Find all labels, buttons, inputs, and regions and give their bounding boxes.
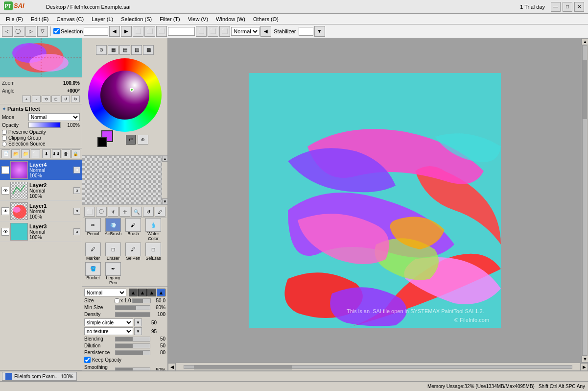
- toolbar-b3[interactable]: ⬜: [156, 26, 167, 37]
- color-wheel[interactable]: [88, 58, 162, 132]
- marker-icon[interactable]: 🖊: [85, 243, 101, 256]
- brush-icon[interactable]: 🖌: [125, 218, 141, 232]
- pencil-icon[interactable]: ✏: [85, 218, 101, 232]
- rotate-left-btn[interactable]: ↺: [61, 96, 70, 102]
- selection-pct-input[interactable]: 100%: [84, 27, 108, 36]
- layer-flatten-btn[interactable]: ⬇⬇: [52, 149, 61, 158]
- color-wheel-btn[interactable]: ⊙: [96, 45, 107, 55]
- color-palette-btn[interactable]: ▨: [131, 45, 142, 55]
- toolbar-dec[interactable]: ◀: [109, 26, 120, 37]
- maximize-button[interactable]: □: [563, 2, 572, 12]
- blending-bar[interactable]: [115, 337, 150, 342]
- layer-item[interactable]: 👁 Layer4 Normal 100% α: [0, 160, 82, 180]
- layer-visibility-toggle[interactable]: 👁: [1, 207, 9, 215]
- lasso-btn[interactable]: 〇: [96, 207, 107, 217]
- zoom-out-btn[interactable]: -: [32, 96, 41, 102]
- scroll-track[interactable]: [582, 45, 588, 356]
- bucket-icon[interactable]: 🪣: [85, 262, 101, 276]
- menu-view[interactable]: View (V): [184, 15, 212, 23]
- rotate-right-btn[interactable]: ↻: [71, 96, 80, 102]
- layer-item[interactable]: 👁 Layer1 Normal 100% α: [0, 201, 82, 221]
- move-btn[interactable]: ✛: [119, 207, 130, 217]
- eyedropper-btn[interactable]: 🖊: [155, 207, 165, 217]
- toolbar-btn-1[interactable]: ◁: [2, 26, 13, 37]
- layer-props-btn[interactable]: ⬜: [31, 149, 40, 158]
- blend-tri4[interactable]: ▲: [157, 289, 165, 296]
- scroll-up-btn[interactable]: ▲: [582, 38, 588, 45]
- menu-filter[interactable]: Filter (T): [156, 15, 184, 23]
- layer-alpha-lock[interactable]: α: [73, 187, 80, 194]
- new-group-btn[interactable]: 📁: [21, 149, 30, 158]
- zoom-in-btn[interactable]: +: [22, 96, 31, 102]
- angle-btn2[interactable]: ⬜: [208, 26, 218, 37]
- layer-visibility-toggle[interactable]: 👁: [1, 166, 9, 174]
- new-from-file-btn[interactable]: 📂: [11, 149, 20, 158]
- persistence-bar[interactable]: [115, 350, 150, 355]
- shape-select[interactable]: simple circle: [84, 318, 133, 326]
- opacity-bar[interactable]: [28, 122, 61, 128]
- shape-arrow[interactable]: ▼: [134, 318, 142, 326]
- scroll-left-btn[interactable]: ◀: [168, 363, 176, 371]
- zoom-reset-btn[interactable]: ⟲: [42, 96, 50, 102]
- layer-visibility-toggle[interactable]: 👁: [1, 187, 9, 195]
- blend-tri1[interactable]: ▲: [129, 289, 138, 296]
- color-custom-btn[interactable]: ▩: [143, 45, 154, 55]
- texture-arrow[interactable]: ▼: [134, 327, 142, 335]
- rotate-tool-btn[interactable]: ↺: [143, 207, 154, 217]
- preview-scroll-down[interactable]: ▼: [162, 198, 168, 204]
- size-lock-checkbox[interactable]: [115, 298, 119, 303]
- size-bar[interactable]: [132, 298, 151, 303]
- blend-mode-select[interactable]: Normal: [231, 27, 259, 36]
- scroll-down-btn[interactable]: ▼: [582, 356, 588, 363]
- zoom-tool-btn[interactable]: 🔍: [131, 207, 142, 217]
- menu-edit[interactable]: Edit (E): [27, 15, 53, 23]
- minimize-button[interactable]: —: [551, 2, 561, 12]
- preserve-opacity-checkbox[interactable]: [2, 130, 7, 135]
- menu-window[interactable]: Window (W): [212, 15, 249, 23]
- menu-layer[interactable]: Layer (L): [88, 15, 117, 23]
- scroll-thumb-h[interactable]: [194, 366, 292, 369]
- seleras-icon[interactable]: ◻: [145, 243, 161, 256]
- texture-select[interactable]: no texture: [84, 327, 133, 335]
- blend-tri3[interactable]: ▲: [147, 289, 156, 296]
- mode-select[interactable]: Normal: [28, 113, 80, 121]
- new-layer-btn[interactable]: 📄: [1, 149, 10, 158]
- legacypen-icon[interactable]: ✒: [105, 262, 121, 276]
- selection-rect-btn[interactable]: ⬜: [84, 207, 95, 217]
- menu-canvas[interactable]: Canvas (C): [53, 15, 88, 23]
- toolbar-btn-2[interactable]: ⃝: [14, 26, 24, 37]
- layer-merge-btn[interactable]: ⬇: [42, 149, 51, 158]
- eraser-icon[interactable]: ◻: [105, 243, 121, 256]
- blend-dec[interactable]: ◀: [260, 26, 271, 37]
- color-square[interactable]: [100, 71, 149, 120]
- blend-tri2[interactable]: ▲: [138, 289, 147, 296]
- selection-source-radio[interactable]: [2, 142, 7, 147]
- stabilizer-input[interactable]: 3: [299, 27, 313, 36]
- angle-btn1[interactable]: ⬜: [196, 26, 207, 37]
- layer-alpha-lock[interactable]: α: [73, 208, 80, 215]
- stab-dropdown[interactable]: ▼: [314, 26, 325, 37]
- color-hsv-btn[interactable]: ▤: [119, 45, 130, 55]
- toolbar-b1[interactable]: ⬜: [133, 26, 143, 37]
- scroll-thumb[interactable]: [583, 60, 587, 119]
- layer-alpha-lock[interactable]: α: [73, 228, 80, 235]
- airbrush-icon[interactable]: 💨: [105, 218, 121, 232]
- density-bar[interactable]: [115, 312, 150, 317]
- color-rgb-btn[interactable]: ▦: [108, 45, 118, 55]
- toolbar-inc[interactable]: ▶: [121, 26, 132, 37]
- clipping-group-checkbox[interactable]: [2, 136, 7, 141]
- preview-scroll-up[interactable]: ▲: [162, 156, 168, 162]
- scroll-track-h[interactable]: [184, 365, 572, 369]
- brush-blend-select[interactable]: Normal: [84, 289, 126, 296]
- angle-btn3[interactable]: ⬜: [219, 26, 230, 37]
- swap-colors-btn[interactable]: ⇄: [126, 135, 136, 145]
- layer-delete-btn[interactable]: 🗑: [62, 149, 71, 158]
- menu-selection[interactable]: Selection (S): [117, 15, 156, 23]
- angle-input[interactable]: +000°: [168, 27, 195, 36]
- selection-checkbox[interactable]: [53, 28, 60, 34]
- layer-item[interactable]: 👁 Layer3 Normal 100% α: [0, 221, 82, 242]
- close-button[interactable]: ✕: [574, 2, 584, 12]
- magic-wand-btn[interactable]: ✳: [108, 207, 118, 217]
- menu-file[interactable]: File (F): [2, 15, 27, 23]
- smoothing-bar[interactable]: [115, 367, 150, 370]
